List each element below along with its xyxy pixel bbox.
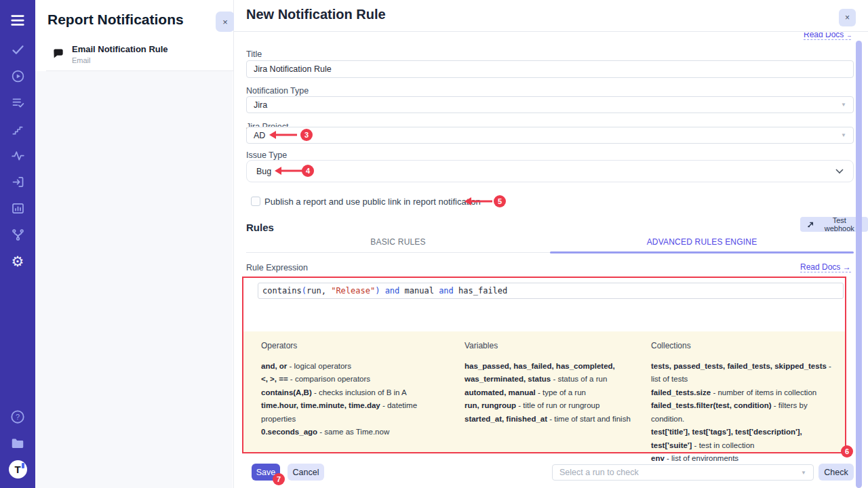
sidebar-item-settings[interactable]: ⚙ bbox=[0, 248, 35, 274]
help-icon: ? bbox=[10, 409, 25, 424]
logo-accent bbox=[22, 463, 24, 468]
help-item: contains(A,B) - checks inclusion of B in… bbox=[261, 386, 451, 400]
test-webhook-label: Test webhook bbox=[818, 216, 861, 232]
annotation-arrow-4 bbox=[273, 165, 304, 176]
annotation-badge-6: 6 bbox=[841, 445, 853, 458]
help-item: 0.seconds_ago - same as Time.now bbox=[261, 426, 451, 439]
help-column-header: Operators bbox=[261, 340, 451, 353]
tab-advanced-rules-engine[interactable]: ADVANCED RULES ENGINE bbox=[550, 237, 854, 252]
help-item: run, rungroup - title of run or rungroup bbox=[465, 399, 642, 413]
close-icon: × bbox=[222, 17, 228, 27]
close-icon: × bbox=[845, 13, 850, 22]
chat-icon bbox=[52, 47, 65, 61]
help-item: env - list of environments bbox=[651, 452, 840, 466]
sidebar-item-pulls[interactable] bbox=[0, 169, 35, 195]
webhook-icon bbox=[807, 221, 814, 228]
menu-icon bbox=[10, 13, 25, 28]
sidebar-item-projects[interactable] bbox=[0, 430, 35, 456]
annotation-badge-3: 3 bbox=[300, 129, 313, 141]
sidebar-item-branches[interactable] bbox=[0, 222, 35, 248]
check-button[interactable]: Check bbox=[818, 464, 854, 481]
menu-button[interactable] bbox=[0, 7, 35, 34]
help-item: and, or - logical operators bbox=[261, 360, 451, 373]
list-item-text: Email Notification Rule Email bbox=[72, 44, 168, 64]
help-column-header: Collections bbox=[651, 340, 840, 353]
annotation-badge-4: 4 bbox=[302, 165, 314, 177]
title-input[interactable] bbox=[246, 60, 854, 78]
rule-expression-editor[interactable]: contains(run, "Release") and manual and … bbox=[258, 283, 844, 299]
read-docs-link[interactable]: Read Docs → bbox=[800, 262, 851, 272]
sidebar-item-plans[interactable] bbox=[0, 89, 35, 116]
git-branch-icon bbox=[11, 228, 25, 242]
check-icon bbox=[11, 43, 25, 57]
issue-type-value: Bug bbox=[256, 167, 271, 176]
play-circle-icon bbox=[11, 69, 25, 83]
list-item-subtitle: Email bbox=[72, 56, 168, 64]
help-item: has_passed, has_failed, has_completed, w… bbox=[465, 360, 642, 386]
dialog-header: New Notification Rule × bbox=[234, 0, 868, 32]
run-to-check-select[interactable]: Select a run to check ▼ bbox=[552, 464, 814, 481]
sign-in-icon bbox=[11, 175, 25, 189]
svg-text:?: ? bbox=[16, 412, 20, 420]
cancel-button[interactable]: Cancel bbox=[288, 464, 324, 481]
help-item: time.hour, time.minute, time.day - datet… bbox=[261, 399, 451, 426]
annotation-arrow-3 bbox=[267, 129, 298, 140]
tab-basic-rules[interactable]: BASIC RULES bbox=[246, 237, 550, 252]
jira-project-select[interactable]: AD ▼ bbox=[246, 127, 854, 144]
help-column-operators: Operators and, or - logical operators <,… bbox=[261, 340, 451, 439]
logo-icon: T bbox=[9, 460, 27, 479]
help-item: <, >, == - comparison operators bbox=[261, 373, 451, 386]
vertical-scrollbar[interactable] bbox=[856, 41, 862, 488]
issue-type-select[interactable]: Bug bbox=[246, 160, 854, 182]
panel-background bbox=[35, 71, 233, 488]
notification-rule-list-item[interactable]: Email Notification Rule Email bbox=[46, 38, 233, 71]
dropdown-arrow-icon: ▼ bbox=[841, 102, 846, 108]
expression-help-panel: Operators and, or - logical operators <,… bbox=[243, 331, 845, 452]
app-window: ⚙ ? T Report Notifications × Email Notif… bbox=[0, 0, 868, 488]
notification-type-label: Notification Type bbox=[246, 86, 309, 96]
folder-icon bbox=[10, 436, 25, 451]
help-item: automated, manual - type of a run bbox=[465, 386, 642, 400]
run-select-placeholder: Select a run to check bbox=[559, 468, 639, 477]
chevron-down-icon bbox=[835, 167, 844, 176]
rule-expression-area: contains(run, "Release") and manual and … bbox=[242, 277, 846, 453]
steps-icon bbox=[11, 123, 24, 136]
report-notifications-panel: Report Notifications × Email Notificatio… bbox=[35, 0, 234, 488]
new-notification-rule-dialog: New Notification Rule × Read Docs → Titl… bbox=[234, 0, 868, 488]
sidebar-item-milestones[interactable] bbox=[0, 116, 35, 142]
sidebar-item-logo[interactable]: T bbox=[0, 456, 35, 483]
help-item: tests, passed_tests, failed_tests, skipp… bbox=[651, 360, 840, 386]
publish-report-checkbox[interactable] bbox=[251, 197, 260, 206]
annotation-badge-5: 5 bbox=[494, 195, 506, 207]
annotation-arrow-5 bbox=[462, 196, 494, 207]
help-item: test['title'], test['tags'], test['descr… bbox=[651, 426, 840, 452]
sidebar-item-reports[interactable] bbox=[0, 195, 35, 222]
help-column-variables: Variables has_passed, has_failed, has_co… bbox=[465, 340, 642, 426]
notification-type-select[interactable]: Jira ▼ bbox=[246, 96, 854, 113]
list-check-icon bbox=[11, 96, 25, 110]
read-docs-link-clipped[interactable]: Read Docs → bbox=[804, 33, 851, 42]
sidebar-item-help[interactable]: ? bbox=[0, 403, 35, 430]
help-column-header: Variables bbox=[465, 340, 642, 353]
help-item: started_at, finished_at - time of start … bbox=[465, 413, 642, 426]
rules-heading: Rules bbox=[246, 222, 274, 233]
sidebar-item-runs[interactable] bbox=[0, 63, 35, 89]
publish-report-label: Publish a report and use public link in … bbox=[264, 197, 481, 207]
sidebar-item-analytics[interactable] bbox=[0, 142, 35, 169]
panel-close-button[interactable]: × bbox=[216, 12, 235, 32]
annotation-badge-7: 7 bbox=[273, 473, 285, 485]
title-label: Title bbox=[246, 49, 262, 59]
jira-project-value: AD bbox=[254, 131, 265, 140]
panel-title: Report Notifications bbox=[47, 12, 184, 28]
dialog-title: New Notification Rule bbox=[246, 7, 386, 22]
list-item-title: Email Notification Rule bbox=[72, 44, 168, 54]
help-item: failed_tests.filter(test, condition) - f… bbox=[651, 399, 840, 426]
dropdown-arrow-icon: ▼ bbox=[841, 132, 846, 138]
sidebar: ⚙ ? T bbox=[0, 0, 35, 488]
dialog-close-button[interactable]: × bbox=[839, 9, 856, 26]
sidebar-item-tests[interactable] bbox=[0, 37, 35, 63]
help-column-collections: Collections tests, passed_tests, failed_… bbox=[651, 340, 840, 466]
help-item: failed_tests.size - number of items in c… bbox=[651, 386, 840, 400]
rules-tabs: BASIC RULES ADVANCED RULES ENGINE bbox=[246, 237, 854, 253]
gear-icon: ⚙ bbox=[12, 254, 24, 268]
